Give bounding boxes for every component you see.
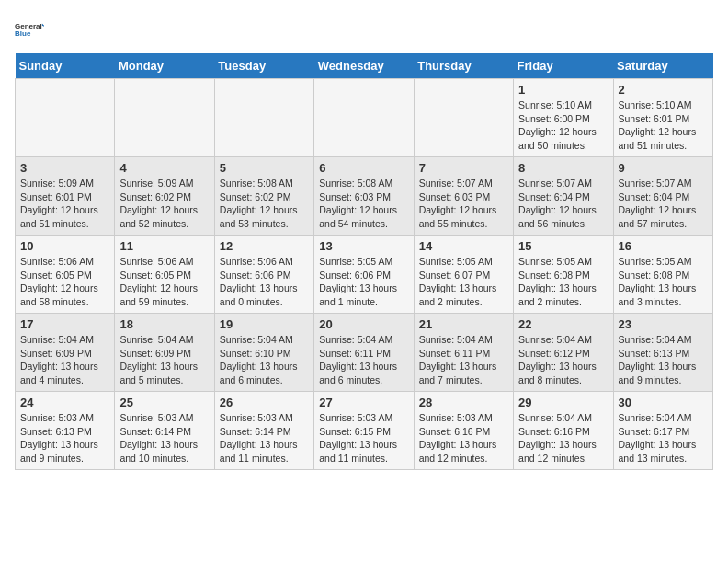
calendar-table: SundayMondayTuesdayWednesdayThursdayFrid…: [15, 53, 713, 470]
calendar-cell: 4Sunrise: 5:09 AM Sunset: 6:02 PM Daylig…: [115, 157, 214, 236]
header: General Blue: [15, 15, 713, 44]
day-number: 13: [319, 239, 408, 253]
svg-text:General: General: [15, 22, 42, 30]
weekday-header: Saturday: [613, 53, 712, 79]
day-info-text: Sunrise: 5:07 AM Sunset: 6:04 PM Dayligh…: [619, 177, 708, 231]
calendar-cell: 10Sunrise: 5:06 AM Sunset: 6:05 PM Dayli…: [16, 236, 115, 314]
day-info-text: Sunrise: 5:10 AM Sunset: 6:01 PM Dayligh…: [619, 98, 708, 153]
calendar-cell: 9Sunrise: 5:07 AM Sunset: 6:04 PM Daylig…: [613, 157, 712, 236]
calendar-cell: 23Sunrise: 5:04 AM Sunset: 6:13 PM Dayli…: [613, 314, 712, 392]
calendar-cell: 21Sunrise: 5:04 AM Sunset: 6:11 PM Dayli…: [414, 314, 513, 392]
day-number: 1: [518, 83, 608, 97]
day-info-text: Sunrise: 5:04 AM Sunset: 6:12 PM Dayligh…: [518, 333, 608, 387]
calendar-cell: [414, 79, 513, 157]
day-number: 3: [20, 161, 109, 175]
day-number: 4: [119, 161, 209, 175]
day-info-text: Sunrise: 5:05 AM Sunset: 6:08 PM Dayligh…: [518, 255, 608, 309]
day-info-text: Sunrise: 5:09 AM Sunset: 6:01 PM Dayligh…: [20, 177, 109, 231]
weekday-header: Friday: [514, 53, 613, 79]
day-info-text: Sunrise: 5:04 AM Sunset: 6:13 PM Dayligh…: [619, 333, 708, 387]
calendar-body: 1Sunrise: 5:10 AM Sunset: 6:00 PM Daylig…: [16, 79, 713, 470]
day-number: 12: [220, 239, 309, 253]
day-number: 8: [518, 161, 608, 175]
svg-marker-2: [42, 24, 44, 28]
day-info-text: Sunrise: 5:03 AM Sunset: 6:13 PM Dayligh…: [20, 411, 109, 465]
calendar-cell: 7Sunrise: 5:07 AM Sunset: 6:03 PM Daylig…: [414, 157, 513, 236]
weekday-header: Tuesday: [214, 53, 313, 79]
calendar-cell: 2Sunrise: 5:10 AM Sunset: 6:01 PM Daylig…: [613, 79, 712, 157]
day-info-text: Sunrise: 5:04 AM Sunset: 6:11 PM Dayligh…: [319, 333, 408, 387]
calendar-week-row: 17Sunrise: 5:04 AM Sunset: 6:09 PM Dayli…: [16, 314, 713, 392]
day-info-text: Sunrise: 5:05 AM Sunset: 6:06 PM Dayligh…: [319, 255, 408, 309]
day-info-text: Sunrise: 5:06 AM Sunset: 6:05 PM Dayligh…: [20, 255, 109, 309]
calendar-cell: 30Sunrise: 5:04 AM Sunset: 6:17 PM Dayli…: [613, 392, 712, 470]
day-info-text: Sunrise: 5:04 AM Sunset: 6:09 PM Dayligh…: [20, 333, 109, 387]
day-info-text: Sunrise: 5:03 AM Sunset: 6:14 PM Dayligh…: [119, 411, 209, 465]
calendar-week-row: 3Sunrise: 5:09 AM Sunset: 6:01 PM Daylig…: [16, 157, 713, 236]
calendar-cell: 22Sunrise: 5:04 AM Sunset: 6:12 PM Dayli…: [514, 314, 613, 392]
calendar-cell: 28Sunrise: 5:03 AM Sunset: 6:16 PM Dayli…: [414, 392, 513, 470]
calendar-cell: 13Sunrise: 5:05 AM Sunset: 6:06 PM Dayli…: [314, 236, 414, 314]
day-info-text: Sunrise: 5:03 AM Sunset: 6:15 PM Dayligh…: [319, 411, 408, 465]
logo: General Blue: [15, 15, 44, 44]
day-number: 17: [20, 317, 109, 331]
day-info-text: Sunrise: 5:08 AM Sunset: 6:03 PM Dayligh…: [319, 177, 408, 231]
day-info-text: Sunrise: 5:08 AM Sunset: 6:02 PM Dayligh…: [220, 177, 309, 231]
day-number: 15: [518, 239, 608, 253]
day-info-text: Sunrise: 5:03 AM Sunset: 6:16 PM Dayligh…: [419, 411, 508, 465]
day-number: 23: [619, 317, 708, 331]
day-number: 29: [518, 396, 608, 409]
calendar-cell: 15Sunrise: 5:05 AM Sunset: 6:08 PM Dayli…: [514, 236, 613, 314]
day-number: 6: [319, 161, 408, 175]
calendar-cell: 18Sunrise: 5:04 AM Sunset: 6:09 PM Dayli…: [115, 314, 214, 392]
calendar-cell: 14Sunrise: 5:05 AM Sunset: 6:07 PM Dayli…: [414, 236, 513, 314]
day-info-text: Sunrise: 5:05 AM Sunset: 6:07 PM Dayligh…: [419, 255, 508, 309]
day-info-text: Sunrise: 5:04 AM Sunset: 6:16 PM Dayligh…: [518, 411, 608, 465]
day-info-text: Sunrise: 5:06 AM Sunset: 6:06 PM Dayligh…: [220, 255, 309, 309]
calendar-cell: 19Sunrise: 5:04 AM Sunset: 6:10 PM Dayli…: [214, 314, 313, 392]
day-info-text: Sunrise: 5:03 AM Sunset: 6:14 PM Dayligh…: [220, 411, 309, 465]
day-number: 27: [319, 396, 408, 409]
day-info-text: Sunrise: 5:09 AM Sunset: 6:02 PM Dayligh…: [119, 177, 209, 231]
calendar-cell: 25Sunrise: 5:03 AM Sunset: 6:14 PM Dayli…: [115, 392, 214, 470]
day-number: 22: [518, 317, 608, 331]
day-info-text: Sunrise: 5:07 AM Sunset: 6:04 PM Dayligh…: [518, 177, 608, 231]
day-number: 19: [220, 317, 309, 331]
calendar-cell: [214, 79, 313, 157]
day-number: 9: [619, 161, 708, 175]
calendar-cell: 26Sunrise: 5:03 AM Sunset: 6:14 PM Dayli…: [214, 392, 313, 470]
day-number: 2: [619, 83, 708, 97]
day-info-text: Sunrise: 5:06 AM Sunset: 6:05 PM Dayligh…: [119, 255, 209, 309]
day-number: 11: [119, 239, 209, 253]
day-info-text: Sunrise: 5:05 AM Sunset: 6:08 PM Dayligh…: [619, 255, 708, 309]
day-info-text: Sunrise: 5:04 AM Sunset: 6:09 PM Dayligh…: [119, 333, 209, 387]
day-info-text: Sunrise: 5:04 AM Sunset: 6:11 PM Dayligh…: [419, 333, 508, 387]
calendar-week-row: 24Sunrise: 5:03 AM Sunset: 6:13 PM Dayli…: [16, 392, 713, 470]
calendar-header-row: SundayMondayTuesdayWednesdayThursdayFrid…: [16, 53, 713, 79]
day-info-text: Sunrise: 5:10 AM Sunset: 6:00 PM Dayligh…: [518, 98, 608, 153]
day-number: 25: [119, 396, 209, 409]
logo-svg: General Blue: [15, 15, 44, 44]
day-info-text: Sunrise: 5:07 AM Sunset: 6:03 PM Dayligh…: [419, 177, 508, 231]
calendar-cell: 17Sunrise: 5:04 AM Sunset: 6:09 PM Dayli…: [16, 314, 115, 392]
day-info-text: Sunrise: 5:04 AM Sunset: 6:17 PM Dayligh…: [619, 411, 708, 465]
day-number: 30: [619, 396, 708, 409]
calendar-cell: 8Sunrise: 5:07 AM Sunset: 6:04 PM Daylig…: [514, 157, 613, 236]
calendar-cell: 16Sunrise: 5:05 AM Sunset: 6:08 PM Dayli…: [613, 236, 712, 314]
calendar-cell: 11Sunrise: 5:06 AM Sunset: 6:05 PM Dayli…: [115, 236, 214, 314]
weekday-header: Sunday: [16, 53, 115, 79]
day-number: 28: [419, 396, 508, 409]
day-number: 26: [220, 396, 309, 409]
day-number: 7: [419, 161, 508, 175]
calendar-cell: 24Sunrise: 5:03 AM Sunset: 6:13 PM Dayli…: [16, 392, 115, 470]
calendar-cell: [16, 79, 115, 157]
calendar-cell: 12Sunrise: 5:06 AM Sunset: 6:06 PM Dayli…: [214, 236, 313, 314]
calendar-week-row: 10Sunrise: 5:06 AM Sunset: 6:05 PM Dayli…: [16, 236, 713, 314]
calendar-cell: 5Sunrise: 5:08 AM Sunset: 6:02 PM Daylig…: [214, 157, 313, 236]
weekday-header: Monday: [115, 53, 214, 79]
day-number: 24: [20, 396, 109, 409]
calendar-cell: [314, 79, 414, 157]
day-number: 5: [220, 161, 309, 175]
calendar-cell: 6Sunrise: 5:08 AM Sunset: 6:03 PM Daylig…: [314, 157, 414, 236]
day-number: 10: [20, 239, 109, 253]
